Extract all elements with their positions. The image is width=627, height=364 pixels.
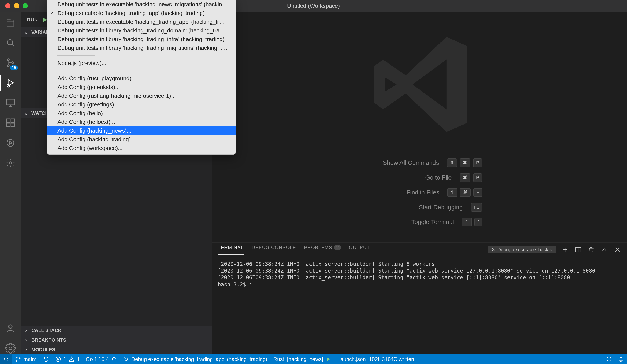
problems-status-button[interactable]: 11 bbox=[52, 354, 83, 364]
terminal-selector[interactable]: 3: Debug executable 'hack bbox=[488, 246, 556, 253]
run-config-item[interactable]: Debug unit tests in executable 'hacking_… bbox=[47, 17, 236, 26]
close-panel-icon[interactable] bbox=[614, 246, 621, 253]
close-window-button[interactable] bbox=[5, 3, 10, 8]
debug-config-status[interactable]: Debug executable 'hacking_trading_app' (… bbox=[120, 354, 270, 364]
tab-problems[interactable]: PROBLEMS2 bbox=[304, 245, 341, 255]
gear-small-icon[interactable] bbox=[4, 157, 16, 169]
run-config-item[interactable]: Debug unit tests in executable 'hacking_… bbox=[47, 0, 236, 9]
extensions-icon[interactable] bbox=[4, 117, 16, 129]
svg-point-11 bbox=[9, 162, 12, 164]
keybinding: F5 bbox=[471, 203, 482, 211]
keybinding: ⌃` bbox=[462, 218, 482, 226]
welcome-command-label: Go to File bbox=[369, 174, 452, 181]
panel: TERMINAL DEBUG CONSOLE PROBLEMS2 OUTPUT … bbox=[211, 242, 627, 354]
svg-point-12 bbox=[9, 325, 12, 328]
tab-output[interactable]: OUTPUT bbox=[349, 245, 370, 255]
sync-icon bbox=[43, 356, 49, 362]
vscode-logo-watermark bbox=[363, 28, 476, 141]
chevron-down-icon: ⌄ bbox=[23, 29, 29, 35]
minimize-window-button[interactable] bbox=[14, 3, 19, 8]
notifications-button[interactable] bbox=[615, 354, 627, 364]
settings-gear-icon[interactable] bbox=[4, 342, 16, 354]
svg-point-16 bbox=[16, 361, 17, 362]
add-config-item[interactable]: Add Config (hello)... bbox=[47, 109, 236, 117]
svg-rect-6 bbox=[6, 119, 10, 122]
explorer-icon[interactable] bbox=[4, 16, 16, 29]
add-config-item[interactable]: Add Config (workspace)... bbox=[47, 144, 236, 152]
remote-icon bbox=[3, 356, 9, 362]
add-config-item[interactable]: Add Config (rust_playground)... bbox=[47, 74, 236, 83]
svg-point-15 bbox=[16, 357, 17, 358]
liveshare-icon[interactable] bbox=[4, 137, 16, 149]
refresh-icon bbox=[111, 356, 117, 362]
debug-icon bbox=[123, 356, 129, 362]
run-config-item[interactable]: Node.js (preview)... bbox=[47, 59, 236, 67]
keybinding: ⇧⌘P bbox=[447, 158, 482, 167]
welcome-command-label: Find in Files bbox=[357, 189, 439, 196]
problems-count-badge: 2 bbox=[334, 245, 341, 250]
svg-point-2 bbox=[7, 65, 9, 67]
modules-section-header[interactable]: ›MODULES bbox=[21, 345, 211, 354]
run-config-item[interactable]: Debug unit tests in library 'hacking_tra… bbox=[47, 44, 236, 52]
sync-button[interactable] bbox=[40, 354, 52, 364]
chevron-right-icon: › bbox=[23, 328, 29, 333]
remote-explorer-icon[interactable] bbox=[4, 97, 16, 109]
chevron-right-icon: › bbox=[23, 347, 29, 353]
keybinding: ⌘P bbox=[460, 173, 482, 182]
feedback-icon bbox=[606, 356, 612, 362]
svg-point-10 bbox=[7, 139, 14, 146]
chevron-down-icon: ⌄ bbox=[23, 110, 29, 116]
source-control-icon[interactable]: 15 bbox=[4, 57, 16, 69]
tab-terminal[interactable]: TERMINAL bbox=[218, 245, 244, 255]
search-icon[interactable] bbox=[4, 37, 16, 49]
split-terminal-icon[interactable] bbox=[575, 246, 582, 253]
window-traffic-lights bbox=[5, 3, 28, 8]
error-icon bbox=[55, 356, 61, 362]
svg-rect-5 bbox=[6, 99, 14, 105]
run-config-item[interactable]: Debug executable 'hacking_trading_app' (… bbox=[47, 9, 236, 17]
svg-point-0 bbox=[7, 40, 13, 45]
svg-rect-8 bbox=[6, 123, 10, 127]
bell-icon bbox=[618, 356, 624, 362]
run-config-item[interactable]: Debug unit tests in library 'hacking_tra… bbox=[47, 26, 236, 35]
feedback-button[interactable] bbox=[603, 354, 615, 364]
add-config-item[interactable]: Add Config (hacking_news)... bbox=[47, 126, 236, 135]
add-config-item[interactable]: Add Config (rustlang-hacking-microservic… bbox=[47, 92, 236, 100]
run-config-item[interactable]: Debug unit tests in library 'hacking_tra… bbox=[47, 35, 236, 44]
welcome-command-label: Show All Commands bbox=[356, 159, 439, 166]
welcome-command-label: Toggle Terminal bbox=[371, 218, 454, 225]
window-title: Untitled (Workspace) bbox=[287, 2, 340, 9]
terminal-output[interactable]: [2020-12-06T09:38:24Z INFO actix_server:… bbox=[211, 257, 627, 354]
welcome-commands: Show All Commands⇧⌘PGo to File⌘PFind in … bbox=[356, 158, 482, 226]
remote-button[interactable] bbox=[0, 354, 12, 364]
new-terminal-icon[interactable] bbox=[562, 246, 569, 253]
add-config-item[interactable]: Add Config (gotenksfs)... bbox=[47, 83, 236, 92]
git-branch-button[interactable]: main* bbox=[12, 354, 40, 364]
add-config-item[interactable]: Add Config (hacking_trading)... bbox=[47, 135, 236, 144]
callstack-section-header[interactable]: ›CALL STACK bbox=[21, 326, 211, 335]
svg-point-1 bbox=[7, 59, 9, 61]
breakpoints-section-header[interactable]: ›BREAKPOINTS bbox=[21, 335, 211, 345]
maximize-panel-icon[interactable] bbox=[601, 246, 608, 253]
run-config-dropdown[interactable]: Debug unit tests in executable 'hacking_… bbox=[47, 0, 236, 155]
add-config-item[interactable]: Add Config (helloext)... bbox=[47, 117, 236, 126]
add-config-item[interactable]: Add Config (greetings)... bbox=[47, 100, 236, 109]
keybinding: ⇧⌘F bbox=[447, 188, 482, 197]
maximize-window-button[interactable] bbox=[23, 3, 28, 8]
run-label: RUN bbox=[27, 17, 38, 23]
kill-terminal-icon[interactable] bbox=[588, 246, 595, 253]
status-message: "launch.json" 102L 3164C written bbox=[334, 354, 417, 364]
scm-badge: 15 bbox=[10, 65, 18, 70]
tab-debug-console[interactable]: DEBUG CONSOLE bbox=[252, 245, 296, 255]
welcome-command-row: Start DebuggingF5 bbox=[356, 203, 482, 211]
account-icon[interactable] bbox=[4, 322, 16, 334]
run-debug-icon[interactable] bbox=[4, 77, 16, 89]
svg-rect-9 bbox=[11, 123, 14, 127]
welcome-command-row: Find in Files⇧⌘F bbox=[356, 188, 482, 197]
chevron-right-icon: › bbox=[23, 337, 29, 343]
welcome-command-row: Show All Commands⇧⌘P bbox=[356, 158, 482, 167]
welcome-command-label: Start Debugging bbox=[380, 204, 463, 211]
rust-analyzer-status[interactable]: Rust: [hacking_news] bbox=[270, 354, 334, 364]
svg-point-3 bbox=[12, 62, 14, 64]
go-version-button[interactable]: Go 1.15.4 bbox=[83, 354, 120, 364]
